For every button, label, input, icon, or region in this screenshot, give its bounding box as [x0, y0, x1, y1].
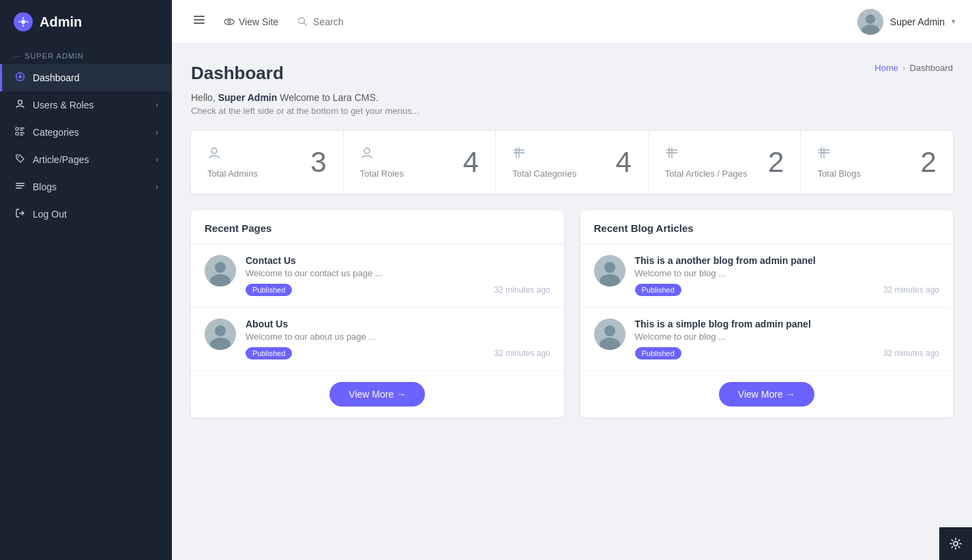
recent-page-footer-1: Published 32 minutes ago	[246, 347, 550, 359]
sidebar-users-roles-label: Users & Roles	[33, 100, 93, 110]
stat-blogs-icon	[817, 146, 861, 163]
svg-rect-20	[16, 183, 25, 184]
recent-blog-item-1: This is a simple blog from admin panel W…	[580, 308, 954, 371]
recent-blog-time-0: 32 minutes ago	[883, 285, 939, 295]
stat-blogs-value: 2	[921, 148, 937, 177]
hamburger-button[interactable]	[188, 9, 210, 34]
sidebar-item-users-roles[interactable]: Users & Roles ›	[0, 91, 172, 119]
brand: Admin	[0, 0, 172, 44]
breadcrumb-current: Dashboard	[909, 63, 953, 73]
recent-blogs-panel: Recent Blog Articles This is a another b…	[580, 210, 954, 417]
recent-blog-body-1: This is a simple blog from admin panel W…	[635, 319, 940, 359]
sidebar: Admin ··· SUPER ADMIN Dashboard Users & …	[0, 0, 172, 560]
recent-page-title-0: Contact Us	[246, 255, 550, 266]
chevron-right-icon-3: ›	[156, 155, 158, 164]
stat-roles-value: 4	[463, 148, 479, 177]
dashboard-icon	[14, 72, 26, 84]
svg-rect-13	[16, 128, 18, 130]
stat-articles-left: Total Articles / Pages	[665, 146, 748, 179]
stat-card-blogs: Total Blogs 2	[801, 131, 953, 194]
stat-admins-icon	[207, 146, 258, 163]
recent-row: Recent Pages Contact Us Welcome to our c…	[191, 210, 953, 417]
svg-point-1	[21, 20, 25, 24]
blogs-view-more-button[interactable]: View More →	[719, 382, 814, 407]
welcome-text: Hello, Super Admin Welcome to Lara CMS.	[191, 92, 953, 103]
recent-page-time-0: 32 minutes ago	[494, 285, 550, 295]
gear-icon	[949, 537, 962, 550]
stat-articles-icon	[665, 146, 748, 163]
stat-admins-label: Total Admins	[207, 168, 258, 179]
search-input[interactable]	[313, 16, 395, 27]
svg-rect-14	[16, 132, 18, 135]
stat-admins-left: Total Admins	[207, 146, 258, 179]
breadcrumb-separator: ›	[902, 63, 905, 73]
recent-page-desc-0: Welcome to our contact us page ...	[246, 268, 550, 278]
chevron-right-icon-4: ›	[156, 182, 158, 192]
recent-pages-panel: Recent Pages Contact Us Welcome to our c…	[191, 210, 564, 417]
sidebar-categories-label: Categories	[33, 127, 79, 138]
sidebar-blogs-label: Blogs	[33, 181, 57, 192]
stat-admins-value: 3	[310, 148, 326, 177]
avatar	[857, 9, 883, 35]
gear-fab-button[interactable]	[939, 527, 972, 560]
svg-point-27	[224, 19, 234, 25]
recent-page-desc-1: Welcome to our about us page ...	[246, 331, 550, 342]
stat-card-admins: Total Admins 3	[191, 131, 344, 194]
welcome-name: Super Admin	[218, 92, 278, 103]
recent-blog-time-1: 32 minutes ago	[883, 349, 939, 358]
content-area: Dashboard Home › Dashboard Hello, Super …	[172, 44, 972, 560]
main-area: View Site Super Admin ▾ Dashboard	[172, 0, 972, 560]
recent-page-body-0: Contact Us Welcome to our contact us pag…	[246, 255, 550, 296]
user-name-label[interactable]: Super Admin	[890, 16, 945, 27]
stat-roles-left: Total Roles	[360, 146, 404, 179]
stat-roles-icon	[360, 146, 404, 163]
recent-blogs-header: Recent Blog Articles	[580, 210, 954, 244]
breadcrumb-home[interactable]: Home	[874, 63, 898, 73]
logout-icon	[14, 208, 26, 220]
welcome-suffix: Welcome to Lara CMS.	[277, 92, 378, 103]
svg-rect-21	[16, 186, 25, 187]
eye-icon	[224, 16, 235, 27]
brand-title: Admin	[40, 14, 82, 30]
svg-point-28	[228, 20, 231, 23]
recent-blog-item-0: This is a another blog from admin panel …	[580, 244, 954, 308]
svg-point-60	[954, 542, 958, 546]
recent-page-footer-0: Published 32 minutes ago	[246, 284, 550, 296]
stat-categories-icon	[512, 146, 576, 163]
welcome-sub: Check at the left side or at the bottom …	[191, 106, 953, 116]
page-title: Dashboard	[191, 63, 284, 84]
recent-blog-avatar-0	[594, 255, 625, 286]
stats-row: Total Admins 3 Total Roles 4	[191, 131, 953, 194]
breadcrumb: Home › Dashboard	[874, 63, 953, 73]
page-header: Dashboard Home › Dashboard	[191, 63, 953, 84]
svg-point-34	[211, 148, 217, 153]
stat-blogs-left: Total Blogs	[817, 146, 861, 179]
recent-blog-avatar-1	[594, 319, 625, 350]
sidebar-item-logout[interactable]: Log Out	[0, 201, 172, 228]
sidebar-item-dashboard[interactable]: Dashboard	[0, 64, 172, 91]
stat-categories-value: 4	[615, 148, 631, 177]
svg-point-35	[364, 148, 370, 153]
svg-rect-18	[20, 134, 23, 136]
recent-blog-footer-1: Published 32 minutes ago	[635, 347, 940, 359]
svg-rect-25	[194, 19, 205, 20]
status-badge-0: Published	[246, 284, 292, 296]
stat-roles-label: Total Roles	[360, 168, 404, 179]
svg-rect-15	[20, 128, 25, 129]
tag-icon	[14, 153, 26, 166]
svg-point-58	[604, 325, 615, 336]
search-bar[interactable]	[297, 16, 395, 27]
blogs-icon	[14, 181, 26, 193]
recent-page-avatar-1	[205, 319, 236, 350]
sidebar-item-blogs[interactable]: Blogs ›	[0, 173, 172, 201]
sidebar-item-articles[interactable]: Article/Pages ›	[0, 146, 172, 173]
view-site-link[interactable]: View Site	[224, 16, 278, 27]
stat-categories-left: Total Categories	[512, 146, 576, 179]
svg-point-49	[215, 262, 226, 273]
view-site-label: View Site	[239, 16, 278, 27]
stat-blogs-label: Total Blogs	[817, 168, 861, 179]
svg-rect-26	[194, 23, 205, 24]
sidebar-item-categories[interactable]: Categories ›	[0, 119, 172, 146]
pages-view-more-button[interactable]: View More →	[329, 382, 425, 407]
blog-status-badge-1: Published	[635, 347, 681, 359]
